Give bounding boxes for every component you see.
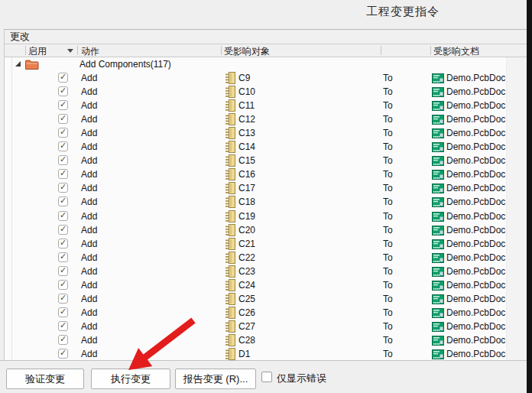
table-row[interactable]: ✓AddC26ToDemo.PcbDoc: [5, 306, 527, 320]
tree-group-label: Add Components(117): [79, 59, 171, 70]
execute-changes-button[interactable]: 执行变更: [91, 369, 170, 389]
table-row[interactable]: ✓AddC24ToDemo.PcbDoc: [5, 278, 527, 292]
row-designator: C18: [238, 196, 255, 207]
row-direction: To: [383, 225, 393, 235]
row-document: Demo.PcbDoc: [446, 211, 505, 222]
tree-group-row[interactable]: Add Components(117): [5, 57, 527, 71]
table-row[interactable]: ✓AddC21ToDemo.PcbDoc: [5, 237, 527, 251]
component-icon: [225, 279, 236, 291]
only-show-errors-checkbox[interactable]: [261, 372, 272, 382]
row-document: Demo.PcbDoc: [446, 100, 505, 111]
check-icon: ✓: [60, 307, 66, 317]
column-header-affected-document[interactable]: 受影响文档: [433, 45, 479, 58]
check-icon: ✓: [60, 279, 66, 289]
row-enabled-checkbox[interactable]: ✓: [58, 349, 68, 359]
check-icon: ✓: [60, 196, 66, 206]
row-designator: C11: [238, 100, 255, 111]
component-icon: [225, 334, 236, 346]
table-row[interactable]: ✓AddC25ToDemo.PcbDoc: [5, 292, 527, 306]
table-row[interactable]: ✓AddC11ToDemo.PcbDoc: [5, 99, 527, 112]
row-action: Add: [81, 73, 97, 83]
row-designator: C16: [238, 169, 255, 180]
table-row[interactable]: ✓AddC22ToDemo.PcbDoc: [5, 251, 527, 265]
table-row[interactable]: ✓AddC9ToDemo.PcbDoc: [5, 71, 527, 85]
row-direction: To: [383, 266, 393, 277]
pcb-document-icon: [432, 239, 444, 248]
table-row[interactable]: ✓AddC12ToDemo.PcbDoc: [5, 112, 527, 126]
column-header-enable[interactable]: 启用: [28, 45, 47, 58]
row-enabled-checkbox[interactable]: ✓: [58, 128, 68, 138]
row-direction: To: [383, 86, 393, 97]
row-designator: C14: [238, 141, 255, 152]
column-separator: [25, 46, 26, 55]
table-row[interactable]: ✓AddC17ToDemo.PcbDoc: [5, 181, 527, 195]
row-designator: C24: [238, 280, 255, 291]
row-action: Add: [81, 128, 97, 138]
table-row[interactable]: ✓AddC18ToDemo.PcbDoc: [5, 195, 527, 209]
check-icon: ✓: [60, 99, 66, 109]
row-enabled-checkbox[interactable]: ✓: [58, 169, 68, 179]
row-enabled-checkbox[interactable]: ✓: [58, 225, 68, 235]
pcb-document-icon: [432, 169, 444, 179]
row-enabled-checkbox[interactable]: ✓: [58, 155, 68, 165]
check-icon: ✓: [60, 182, 66, 192]
row-direction: To: [383, 128, 393, 138]
row-enabled-checkbox[interactable]: ✓: [58, 100, 68, 110]
table-row[interactable]: ✓AddC14ToDemo.PcbDoc: [5, 140, 527, 154]
row-document: Demo.PcbDoc: [446, 307, 505, 318]
table-body: Add Components(117) ✓AddC9ToDemo.PcbDoc✓…: [5, 57, 527, 360]
table-row[interactable]: ✓AddC10ToDemo.PcbDoc: [5, 85, 527, 99]
column-header-affected-object[interactable]: 受影响对象: [224, 45, 270, 58]
row-document: Demo.PcbDoc: [446, 114, 505, 125]
row-enabled-checkbox[interactable]: ✓: [58, 321, 68, 331]
window-edge-strip: [527, 0, 532, 393]
row-document: Demo.PcbDoc: [446, 196, 505, 207]
table-row[interactable]: ✓AddC23ToDemo.PcbDoc: [5, 265, 527, 278]
row-enabled-checkbox[interactable]: ✓: [58, 183, 68, 193]
row-enabled-checkbox[interactable]: ✓: [58, 73, 68, 83]
row-enabled-checkbox[interactable]: ✓: [58, 335, 68, 345]
table-row[interactable]: ✓AddC15ToDemo.PcbDoc: [5, 154, 527, 167]
table-row[interactable]: ✓AddC20ToDemo.PcbDoc: [5, 223, 527, 237]
row-designator: C17: [238, 183, 255, 193]
pcb-document-icon: [432, 128, 444, 138]
column-separator: [430, 46, 431, 55]
row-direction: To: [383, 280, 393, 291]
table-row[interactable]: ✓AddC27ToDemo.PcbDoc: [5, 320, 527, 333]
table-row[interactable]: ✓AddC16ToDemo.PcbDoc: [5, 167, 527, 181]
row-document: Demo.PcbDoc: [446, 128, 505, 138]
component-icon: [225, 72, 236, 84]
row-enabled-checkbox[interactable]: ✓: [58, 266, 68, 276]
component-icon: [225, 86, 236, 98]
changes-group-header: 更改: [5, 30, 527, 44]
row-designator: C9: [238, 73, 250, 83]
table-row[interactable]: ✓AddD1ToDemo.PcbDoc: [5, 347, 527, 361]
row-enabled-checkbox[interactable]: ✓: [58, 196, 68, 206]
component-icon: [225, 99, 236, 112]
row-action: Add: [81, 294, 97, 304]
validate-changes-button[interactable]: 验证变更: [6, 369, 84, 389]
row-enabled-checkbox[interactable]: ✓: [58, 141, 68, 151]
pcb-document-icon: [432, 294, 444, 304]
table-row[interactable]: ✓AddC13ToDemo.PcbDoc: [5, 126, 527, 140]
table-row[interactable]: ✓AddC19ToDemo.PcbDoc: [5, 209, 527, 223]
check-icon: ✓: [60, 72, 66, 82]
check-icon: ✓: [60, 348, 66, 358]
row-enabled-checkbox[interactable]: ✓: [58, 280, 68, 290]
row-enabled-checkbox[interactable]: ✓: [58, 86, 68, 96]
dropdown-arrow-icon[interactable]: [67, 49, 73, 53]
row-enabled-checkbox[interactable]: ✓: [58, 211, 68, 221]
row-enabled-checkbox[interactable]: ✓: [58, 252, 68, 262]
row-enabled-checkbox[interactable]: ✓: [58, 114, 68, 124]
row-enabled-checkbox[interactable]: ✓: [58, 307, 68, 317]
row-direction: To: [383, 239, 393, 249]
tree-expand-icon[interactable]: [15, 61, 21, 67]
report-changes-button[interactable]: 报告变更 (R)...: [175, 369, 256, 389]
table-row[interactable]: ✓AddC28ToDemo.PcbDoc: [5, 333, 527, 347]
column-header-action[interactable]: 动作: [81, 45, 99, 58]
component-icon: [225, 141, 236, 153]
row-action: Add: [81, 169, 97, 180]
row-enabled-checkbox[interactable]: ✓: [58, 294, 68, 304]
row-enabled-checkbox[interactable]: ✓: [58, 239, 68, 248]
component-icon: [225, 196, 236, 208]
